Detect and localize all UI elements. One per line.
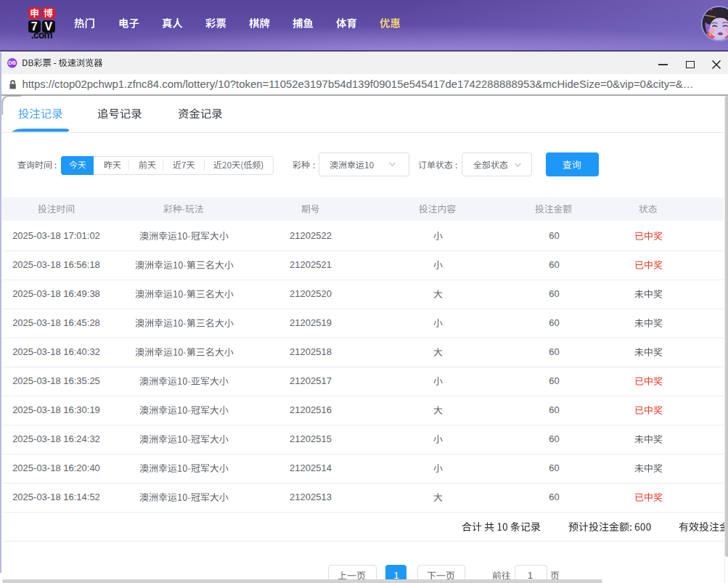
svg-text:DB: DB xyxy=(9,60,16,66)
